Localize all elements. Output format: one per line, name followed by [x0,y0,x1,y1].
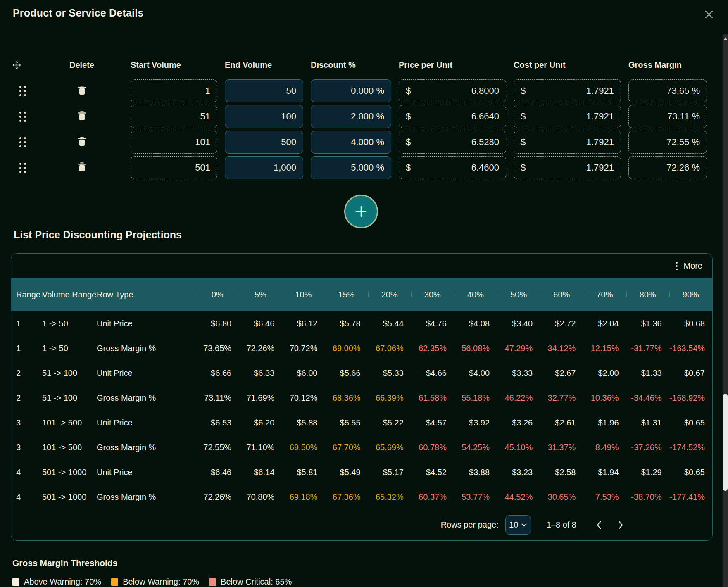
legend-item: Below Critical: 65% [209,577,292,587]
cell-row-type: Gross Margin % [97,485,196,509]
cell-value: $4.66 [411,361,454,385]
legend-item-label: Below Warning: 70% [123,577,199,587]
currency-symbol: $ [406,111,411,122]
scrollbar-track[interactable] [723,34,728,587]
currency-symbol: $ [521,86,526,96]
delete-tier-button[interactable] [78,85,86,97]
cell-value: 67.36% [325,485,368,509]
cell-value: $2.04 [583,311,626,336]
drag-handle-icon [19,163,26,173]
projection-row: 3101 -> 500Gross Margin %72.55%71.10%69.… [11,435,712,460]
cell-value: 65.69% [368,435,411,460]
drag-handle[interactable] [12,86,33,96]
cell-value: 56.08% [454,336,497,361]
cell-value: 62.35% [411,336,454,361]
tier-row: 1500.000 %$6.8000$1.792173.65 % [12,79,715,102]
cost-per-unit-field[interactable]: $1.7921 [514,105,621,128]
projection-row: 3101 -> 500Unit Price$6.53$6.20$5.88$5.5… [11,410,712,435]
plus-icon [354,204,369,219]
tier-rows: 1500.000 %$6.8000$1.792173.65 %511002.00… [12,79,715,179]
thresholds-legend: Above Warning: 70%Below Warning: 70%Belo… [12,577,292,587]
cell-volume-range: 51 -> 100 [42,385,97,410]
rows-per-page-select[interactable]: 10 [505,515,531,535]
add-tier-button[interactable] [344,195,378,228]
cell-value: $4.52 [411,460,454,485]
drag-handle-icon [19,86,26,96]
cell-value: $5.78 [325,311,368,336]
start-volume-field[interactable]: 101 [131,131,217,154]
currency-symbol: $ [521,111,526,122]
cell-value: 72.26% [196,485,239,509]
delete-tier-button[interactable] [78,110,86,123]
previous-page-button[interactable] [596,520,602,530]
column-header-30pct: 30% [411,278,454,311]
cell-value: $5.49 [325,460,368,485]
price-per-unit-field[interactable]: $6.8000 [399,79,506,102]
cell-value: 67.06% [368,336,411,361]
start-volume-field[interactable]: 501 [131,156,217,179]
rows-per-page-value: 10 [509,520,518,530]
chevron-left-icon [596,520,602,530]
cell-value: $3.26 [497,410,540,435]
drag-handle[interactable] [12,163,33,173]
projections-table: Range Volume Range Row Type 0% 5% 10% 15… [11,278,712,509]
start-volume-field[interactable]: 51 [131,105,217,128]
chevron-right-icon [618,520,623,530]
discount-field[interactable]: 4.000 % [311,131,391,154]
delete-tier-button[interactable] [78,162,86,174]
cell-value: -38.70% [626,485,669,509]
scroll-up-icon[interactable] [724,37,727,40]
cell-value: $6.53 [196,410,239,435]
cost-per-unit-field[interactable]: $1.7921 [514,156,621,179]
column-header-row-type: Row Type [97,278,196,311]
currency-symbol: $ [406,86,411,96]
price-per-unit-field[interactable]: $6.6640 [399,105,506,128]
move-handle[interactable] [12,61,33,69]
drag-handle[interactable] [12,112,33,122]
cell-range: 4 [11,485,42,509]
price-per-unit-field[interactable]: $6.4600 [399,156,506,179]
kebab-menu-icon [676,262,678,270]
cell-value: 60.78% [411,435,454,460]
discount-field[interactable]: 0.000 % [311,79,391,102]
cost-per-unit-field[interactable]: $1.7921 [514,79,621,102]
more-button[interactable]: More [676,261,702,271]
page-range-label: 1–8 of 8 [547,520,576,530]
projection-row: 4501 -> 1000Gross Margin %72.26%70.80%69… [11,485,712,509]
cell-value: 7.53% [583,485,626,509]
price-per-unit-field[interactable]: $6.5280 [399,131,506,154]
cell-row-type: Unit Price [97,460,196,485]
cell-value: 12.15% [583,336,626,361]
cell-value: $1.36 [626,311,669,336]
cost-per-unit-field[interactable]: $1.7921 [514,131,621,154]
cell-range: 3 [11,410,42,435]
cell-value: 65.32% [368,485,411,509]
end-volume-field[interactable]: 100 [225,105,303,128]
delete-tier-button[interactable] [78,136,86,148]
end-volume-field[interactable]: 500 [225,131,303,154]
scrollbar-thumb[interactable] [723,394,728,491]
cell-value: -37.26% [626,435,669,460]
cell-value: $5.33 [368,361,411,385]
discount-field[interactable]: 2.000 % [311,105,391,128]
cell-value: 53.77% [454,485,497,509]
drag-handle[interactable] [12,137,33,147]
cell-value: 34.12% [540,336,583,361]
cell-volume-range: 1 -> 50 [42,336,97,361]
cell-range: 1 [11,336,42,361]
threshold-swatch-icon [111,578,118,586]
tier-row: 511002.000 %$6.6640$1.792173.11 % [12,105,715,128]
discount-field[interactable]: 5.000 % [311,156,391,179]
end-volume-field[interactable]: 1,000 [225,156,303,179]
trash-icon [78,85,86,95]
close-button[interactable] [699,5,719,24]
cell-value: 45.10% [497,435,540,460]
cell-value: $0.65 [669,410,712,435]
end-volume-field[interactable]: 50 [225,79,303,102]
cell-value: $3.88 [454,460,497,485]
cell-value: $3.23 [497,460,540,485]
next-page-button[interactable] [618,520,623,530]
cell-value: $2.67 [540,361,583,385]
start-volume-field[interactable]: 1 [131,79,217,102]
cell-value: 73.11% [196,385,239,410]
